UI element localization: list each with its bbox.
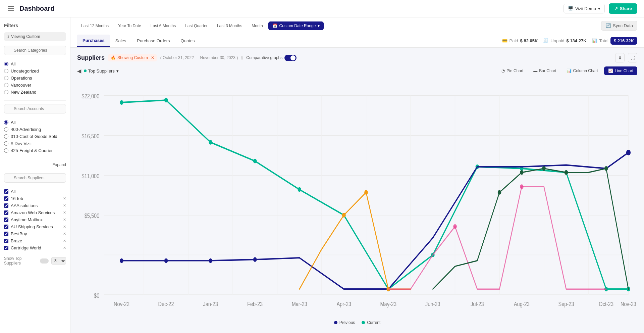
svg-point-50 bbox=[164, 258, 168, 263]
svg-text:$11,000: $11,000 bbox=[82, 173, 100, 180]
date-range-text: ( October 31, 2022 — November 30, 2023 ) bbox=[160, 55, 238, 60]
subtab-purchase-orders[interactable]: Purchase Orders bbox=[131, 35, 175, 47]
unpaid-financial: 🧾 Unpaid $ 134.27K bbox=[543, 38, 586, 43]
remove-16feb-icon[interactable]: ✕ bbox=[63, 196, 66, 201]
subtab-quotes[interactable]: Quotes bbox=[175, 35, 200, 47]
show-top-suppliers-label: Show Top Suppliers bbox=[4, 256, 37, 266]
green-dot-indicator bbox=[84, 69, 87, 72]
category-new-zealand[interactable]: New Zealand bbox=[4, 89, 66, 96]
svg-point-39 bbox=[253, 159, 257, 163]
share-button[interactable]: ↗ Share bbox=[609, 3, 637, 14]
paid-financial: 💳 Paid $ 82.05K bbox=[502, 38, 538, 43]
chart-title: Suppliers bbox=[77, 54, 105, 61]
svg-point-59 bbox=[498, 190, 501, 195]
pie-chart-btn[interactable]: ◔ Pie Chart bbox=[497, 66, 527, 75]
svg-text:Aug-23: Aug-23 bbox=[514, 300, 530, 307]
svg-point-55 bbox=[364, 190, 368, 195]
svg-point-49 bbox=[120, 258, 123, 263]
svg-text:Nov-23: Nov-23 bbox=[621, 300, 636, 307]
account-425[interactable]: 425-Freight & Courier bbox=[4, 147, 66, 154]
column-chart-btn[interactable]: 📊 Column Chart bbox=[562, 66, 602, 75]
supplier-aaa[interactable]: AAA solutions✕ bbox=[4, 202, 66, 209]
supplier-anytime[interactable]: Anytime Mailbox✕ bbox=[4, 216, 66, 223]
subtab-sales[interactable]: Sales bbox=[110, 35, 132, 47]
legend-current: Current bbox=[362, 320, 380, 325]
top-suppliers-dropdown[interactable]: Top Suppliers ▾ bbox=[84, 68, 119, 74]
supplier-amazon[interactable]: Amazon Web Services✕ bbox=[4, 209, 66, 216]
bar-chart-icon: ▬ bbox=[533, 68, 537, 73]
supplier-braze[interactable]: Braze✕ bbox=[4, 237, 66, 244]
nav-dropdown-icon: ▾ bbox=[116, 68, 119, 74]
category-operations[interactable]: Operations bbox=[4, 75, 66, 82]
expand-button[interactable]: Expand bbox=[52, 162, 66, 167]
top-suppliers-toggle[interactable] bbox=[40, 258, 49, 264]
account-400[interactable]: 400-Advertising bbox=[4, 126, 66, 133]
svg-text:Jul-23: Jul-23 bbox=[471, 300, 484, 307]
supplier-cartridge[interactable]: Cartridge World✕ bbox=[4, 244, 66, 251]
paid-icon: 💳 bbox=[502, 38, 507, 43]
remove-anytime-icon[interactable]: ✕ bbox=[63, 218, 66, 222]
line-chart-container: $22,000 $16,500 $11,000 $5,500 $0 Nov-22… bbox=[77, 79, 637, 318]
svg-point-60 bbox=[520, 170, 524, 175]
hamburger-menu[interactable] bbox=[7, 5, 15, 12]
remove-cartridge-icon[interactable]: ✕ bbox=[63, 246, 66, 250]
svg-point-52 bbox=[253, 257, 257, 262]
supplier-bestbuy[interactable]: BestBuy✕ bbox=[4, 230, 66, 237]
search-accounts-input[interactable] bbox=[4, 104, 66, 113]
app-title: Dashboard bbox=[19, 5, 54, 12]
line-chart-btn[interactable]: 📈 Line Chart bbox=[604, 66, 637, 75]
comparative-toggle[interactable] bbox=[284, 55, 297, 61]
tab-last-12-months[interactable]: Last 12 Months bbox=[77, 21, 113, 30]
demo-icon: 🖥️ bbox=[568, 6, 573, 11]
category-all[interactable]: All bbox=[4, 60, 66, 67]
supplier-16feb[interactable]: 16-feb✕ bbox=[4, 195, 66, 202]
tab-last-6-months[interactable]: Last 6 Months bbox=[147, 21, 180, 30]
total-financial: 📊 Total $ 216.32K bbox=[592, 37, 637, 45]
pie-chart-icon: ◔ bbox=[501, 68, 505, 73]
demo-selector[interactable]: 🖥️ Vizii Demo ▾ bbox=[564, 4, 605, 13]
svg-text:Feb-23: Feb-23 bbox=[247, 300, 263, 307]
category-vancouver[interactable]: Vancouver bbox=[4, 82, 66, 89]
line-chart-icon: 📈 bbox=[608, 68, 613, 73]
svg-point-61 bbox=[542, 166, 546, 171]
svg-text:Nov-22: Nov-22 bbox=[114, 300, 129, 307]
tab-last-quarter[interactable]: Last Quarter bbox=[181, 21, 212, 30]
supplier-au-shipping[interactable]: AU Shipping Services✕ bbox=[4, 223, 66, 230]
remove-braze-icon[interactable]: ✕ bbox=[63, 239, 66, 243]
chart-nav-prev[interactable]: ◀ bbox=[77, 68, 81, 74]
bar-chart-btn[interactable]: ▬ Bar Chart bbox=[529, 66, 560, 75]
flame-icon: 🔥 bbox=[111, 55, 116, 60]
tab-month[interactable]: Month bbox=[248, 21, 267, 30]
search-categories-input[interactable] bbox=[4, 46, 66, 55]
comparative-group: Comparative graphs bbox=[246, 55, 297, 61]
remove-au-shipping-icon[interactable]: ✕ bbox=[63, 225, 66, 229]
svg-text:Oct-23: Oct-23 bbox=[599, 300, 613, 307]
remove-aaa-icon[interactable]: ✕ bbox=[63, 203, 66, 208]
chevron-down-icon: ▾ bbox=[598, 6, 600, 11]
svg-text:Jun-23: Jun-23 bbox=[425, 300, 440, 307]
sync-data-button[interactable]: 🔄 Sync Data bbox=[601, 21, 637, 31]
search-suppliers-input[interactable] bbox=[4, 173, 66, 183]
top-count-select[interactable]: 3510 bbox=[51, 257, 66, 265]
download-icon-btn[interactable]: ⬇ bbox=[615, 53, 625, 62]
remove-amazon-icon[interactable]: ✕ bbox=[63, 210, 66, 215]
svg-text:Mar-23: Mar-23 bbox=[292, 300, 307, 307]
remove-bestbuy-icon[interactable]: ✕ bbox=[63, 232, 66, 236]
close-badge-icon[interactable]: ✕ bbox=[151, 55, 154, 60]
share-icon: ↗ bbox=[614, 6, 618, 11]
viewing-custom-badge: ℹ Viewing Custom bbox=[4, 32, 66, 41]
supplier-all[interactable]: All bbox=[4, 188, 66, 195]
tab-year-to-date[interactable]: Year To Date bbox=[114, 21, 145, 30]
chart-legend: Previous Current bbox=[77, 318, 637, 328]
subtab-purchases[interactable]: Purchases bbox=[77, 35, 110, 47]
showing-custom-badge: 🔥 Showing Custom ✕ bbox=[108, 54, 157, 61]
account-dev-vizii[interactable]: #-Dev Vizii bbox=[4, 140, 66, 147]
account-all[interactable]: All bbox=[4, 119, 66, 126]
tab-custom-date-range[interactable]: 📅 Custom Date Range ▾ bbox=[268, 21, 324, 30]
tab-last-3-months[interactable]: Last 3 Months bbox=[213, 21, 246, 30]
account-310[interactable]: 310-Cost of Goods Sold bbox=[4, 133, 66, 140]
svg-point-58 bbox=[520, 184, 524, 189]
svg-text:Dec-22: Dec-22 bbox=[158, 300, 174, 307]
category-uncategorized[interactable]: Uncategorized bbox=[4, 67, 66, 75]
expand-chart-icon-btn[interactable]: ⛶ bbox=[628, 53, 637, 62]
